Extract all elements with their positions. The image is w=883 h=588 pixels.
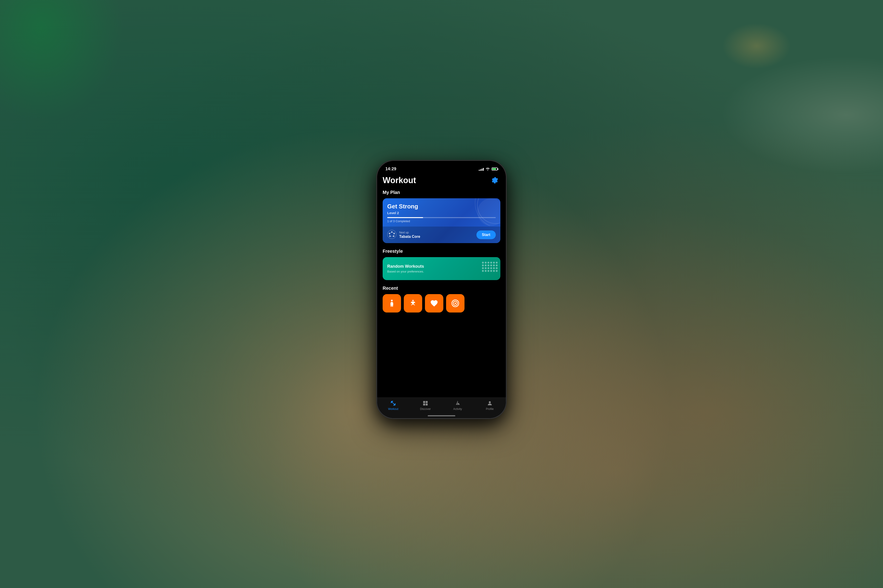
signal-bar-3 — [481, 169, 483, 171]
phone-screen: 14:29 — [377, 161, 506, 418]
app-content: Workout My Plan Get Strong — [377, 174, 506, 398]
recent-items — [383, 294, 500, 312]
freestyle-section-title: Freestyle — [383, 249, 500, 254]
settings-button[interactable] — [491, 177, 499, 185]
tab-workout[interactable]: Workout — [377, 400, 409, 411]
freestyle-text: Random Workouts Based on your preference… — [387, 264, 424, 273]
bg-couch — [699, 46, 883, 184]
phone-frame: 14:29 — [377, 161, 506, 418]
recent-item-2[interactable] — [425, 294, 443, 312]
tab-profile[interactable]: Profile — [474, 400, 506, 411]
discover-tab-icon — [422, 400, 429, 406]
svg-line-13 — [390, 232, 392, 234]
heart-icon — [430, 299, 438, 308]
discover-tab-label: Discover — [420, 407, 431, 411]
target-icon — [451, 299, 459, 308]
bg-plant — [0, 0, 138, 138]
svg-point-24 — [489, 401, 491, 403]
tab-discover[interactable]: Discover — [409, 400, 441, 411]
freestyle-card[interactable]: Random Workouts Based on your preference… — [383, 257, 500, 280]
freestyle-card-title: Random Workouts — [387, 264, 424, 269]
svg-rect-22 — [426, 404, 428, 405]
svg-point-14 — [391, 300, 393, 302]
svg-rect-20 — [426, 401, 428, 403]
workout-tab-label: Workout — [388, 407, 398, 411]
recent-item-1[interactable] — [404, 294, 422, 312]
activity-tab-label: Activity — [453, 407, 462, 411]
gear-icon — [491, 177, 498, 184]
plan-card-waves — [454, 198, 500, 226]
progress-bar-fill — [387, 217, 423, 218]
my-plan-section-title: My Plan — [383, 190, 500, 195]
signal-bars-icon — [479, 168, 484, 171]
battery-icon — [492, 168, 498, 171]
tab-activity[interactable]: Activity — [441, 400, 474, 411]
profile-tab-label: Profile — [486, 407, 494, 411]
workout-tab-icon — [390, 400, 396, 406]
svg-point-2 — [477, 198, 500, 226]
phone-device: 14:29 — [377, 161, 506, 418]
signal-bar-1 — [479, 170, 480, 171]
wifi-icon — [486, 168, 490, 171]
activity-tab-icon — [454, 400, 461, 406]
yoga-pose-icon — [409, 299, 417, 308]
person-standing-icon — [388, 299, 396, 308]
page-title: Workout — [383, 176, 500, 185]
svg-rect-19 — [423, 401, 425, 403]
profile-tab-icon — [487, 400, 493, 406]
plan-card-bottom: Next up Tabata Core Start — [383, 226, 500, 243]
status-time: 14:29 — [385, 166, 396, 171]
home-indicator — [428, 415, 455, 416]
freestyle-dots-icon — [482, 262, 496, 276]
svg-point-15 — [412, 300, 414, 301]
svg-line-9 — [392, 232, 394, 234]
next-up-name: Tabata Core — [399, 235, 420, 239]
svg-marker-23 — [457, 401, 458, 402]
svg-rect-21 — [423, 404, 425, 405]
svg-point-3 — [388, 230, 396, 239]
next-up-details: Next up Tabata Core — [399, 231, 420, 239]
start-button[interactable]: Start — [477, 231, 496, 239]
next-up-icon — [387, 230, 396, 240]
plan-card[interactable]: Get Strong Level 2 1 of 3 Completed — [383, 198, 500, 243]
signal-bar-4 — [483, 168, 484, 171]
next-up-label: Next up — [399, 231, 420, 234]
status-icons — [479, 168, 498, 171]
next-up-info: Next up Tabata Core — [387, 230, 420, 240]
svg-point-18 — [454, 303, 456, 304]
plan-card-top: Get Strong Level 2 1 of 3 Completed — [383, 198, 500, 226]
freestyle-card-subtitle: Based on your preferences. — [387, 270, 424, 273]
recent-item-0[interactable] — [383, 294, 401, 312]
recent-section-title: Recent — [383, 286, 500, 291]
signal-bar-2 — [480, 170, 481, 171]
recent-item-3[interactable] — [446, 294, 465, 312]
notch — [423, 161, 460, 169]
